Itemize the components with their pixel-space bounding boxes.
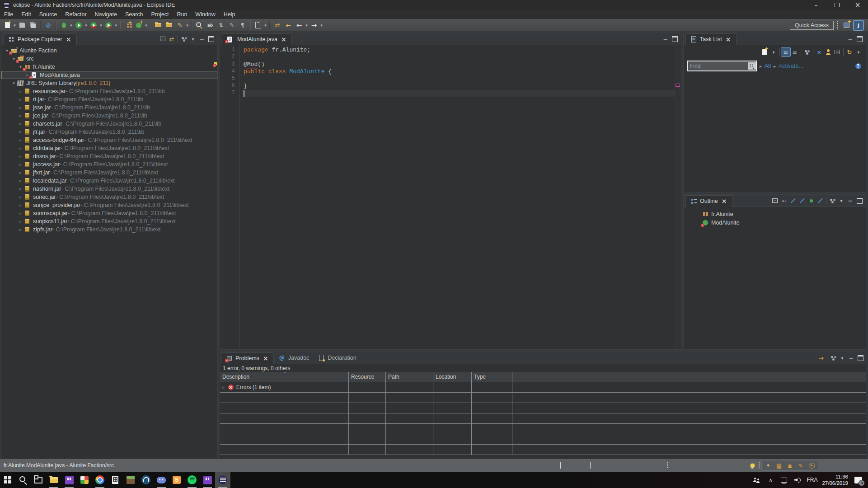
- expand-arrow-icon[interactable]: ▹: [18, 211, 23, 216]
- tree-item-nashorn-jar[interactable]: ▹nashorn.jar - C:\Program Files\Java\jre…: [1, 185, 217, 193]
- java-perspective-icon-button[interactable]: [854, 20, 863, 30]
- quick-access-box[interactable]: Quick Access: [790, 21, 834, 30]
- error-lightbulb-icon[interactable]: [213, 62, 218, 67]
- problems-row[interactable]: ▹ Errors (1 item): [220, 382, 866, 393]
- error-marker[interactable]: [676, 84, 680, 87]
- column-header-resource[interactable]: Resource: [349, 372, 386, 382]
- categorized-icon-button[interactable]: [781, 47, 790, 56]
- open-resource-icon[interactable]: [164, 20, 174, 31]
- scheduled-icon-button[interactable]: [790, 47, 799, 56]
- close-icon[interactable]: [720, 197, 728, 205]
- taskbar-task-view-button[interactable]: [31, 472, 46, 488]
- expand-arrow-icon[interactable]: ▹: [222, 385, 225, 389]
- save-all-icon[interactable]: [28, 20, 38, 31]
- expand-arrow-icon[interactable]: ▹: [18, 227, 23, 232]
- dropdown-icon-button[interactable]: [188, 34, 197, 43]
- expand-arrow-icon[interactable]: ▹: [18, 178, 23, 183]
- maximize-icon-button[interactable]: [855, 196, 864, 205]
- user-icon-button[interactable]: [807, 461, 816, 470]
- activate-link[interactable]: Activate...: [779, 63, 803, 69]
- column-header-type[interactable]: Type: [472, 372, 512, 382]
- open-type-hierarchy-icon[interactable]: [216, 20, 226, 31]
- dropdown-icon[interactable]: ▾: [99, 23, 103, 28]
- taskbar-search-button[interactable]: [15, 472, 31, 488]
- dropdown-icon[interactable]: ▾: [114, 23, 118, 28]
- restore-window-button[interactable]: [826, 0, 847, 10]
- maximize-icon-button[interactable]: [670, 34, 679, 43]
- menu-search[interactable]: Search: [121, 10, 147, 19]
- minimize-icon-button[interactable]: [846, 34, 855, 43]
- pencil-icon-button[interactable]: [796, 461, 805, 470]
- dropdown-icon[interactable]: ▾: [144, 23, 148, 28]
- view-menu-icon-button[interactable]: [829, 353, 838, 362]
- last-edit-location-icon[interactable]: [283, 20, 294, 31]
- menu-refactor[interactable]: Refactor: [61, 10, 90, 19]
- people-icon-button[interactable]: [752, 475, 761, 484]
- back-icon[interactable]: [294, 20, 305, 31]
- taskbar-eclipse-button[interactable]: [215, 472, 230, 488]
- taskbar-scratch-button[interactable]: [169, 472, 184, 488]
- menu-project[interactable]: Project: [147, 10, 173, 19]
- taskbar-voice-app-button[interactable]: [138, 472, 154, 488]
- problems-empty-row[interactable]: [220, 445, 866, 455]
- dropdown-icon[interactable]: ▾: [263, 23, 267, 28]
- tree-item-resources-jar[interactable]: ▹resources.jar - C:\Program Files\Java\j…: [1, 87, 217, 95]
- help-icon[interactable]: [854, 62, 862, 70]
- lightbulb-icon-button[interactable]: [748, 461, 757, 470]
- problems-empty-row[interactable]: [220, 434, 866, 445]
- network-icon-button[interactable]: [779, 475, 788, 484]
- editor-body[interactable]: 1234567 package fr.Alunite;@Mod()public …: [220, 45, 681, 349]
- hide-static-icon-button[interactable]: [798, 196, 807, 205]
- run-icon[interactable]: [73, 20, 84, 31]
- maximize-icon-button[interactable]: [856, 353, 865, 362]
- problems-empty-row[interactable]: [220, 424, 866, 434]
- problems-empty-row[interactable]: [220, 403, 866, 413]
- link-with-editor-icon[interactable]: [272, 20, 283, 31]
- volume-icon-button[interactable]: [793, 475, 802, 484]
- tree-item-jce-jar[interactable]: ▹jce.jar - C:\Program Files\Java\jre1.8.…: [1, 112, 217, 120]
- taskbar-discord-button[interactable]: [154, 472, 169, 488]
- notification-center-button[interactable]: 3: [853, 474, 863, 485]
- taskbar-chrome-button[interactable]: [92, 472, 108, 488]
- menu-help[interactable]: Help: [220, 10, 239, 19]
- close-window-button[interactable]: [847, 0, 868, 10]
- expand-arrow-icon[interactable]: ▹: [18, 122, 23, 126]
- hand-icon-button[interactable]: [764, 461, 773, 470]
- expand-arrow-icon[interactable]: ▹: [18, 146, 23, 150]
- dropdown-icon-button[interactable]: [837, 196, 846, 205]
- mark-occurrences-icon[interactable]: [226, 20, 237, 31]
- outline-item-fr.alunite[interactable]: fr.Alunite: [684, 210, 866, 218]
- show-whitespace-icon[interactable]: [237, 20, 248, 31]
- collapse-all-icon-button[interactable]: [833, 47, 842, 56]
- tree-item-fr-alunite[interactable]: ▾×fr.Alunite: [1, 63, 217, 71]
- dropdown-icon[interactable]: ▾: [305, 23, 309, 28]
- sort-icon-button[interactable]: [779, 196, 788, 205]
- tree-item-jfxrt-jar[interactable]: ▹jfxrt.jar - C:\Program Files\Java\jre1.…: [1, 169, 217, 177]
- skip-breakpoints-icon[interactable]: [43, 20, 54, 31]
- tree-item-dnsns-jar[interactable]: ▹dnsns.jar - C:\Program Files\Java\jre1.…: [1, 152, 217, 160]
- tree-item-sunmscapi-jar[interactable]: ▹sunmscapi.jar - C:\Program Files\Java\j…: [1, 209, 217, 217]
- tab-modalunite-java[interactable]: × ModAlunite.java: [222, 33, 292, 45]
- focus-icon-button[interactable]: [816, 353, 826, 362]
- dropdown-icon[interactable]: ▾: [69, 23, 73, 28]
- minimize-icon-button[interactable]: [847, 353, 856, 362]
- overview-ruler[interactable]: [675, 45, 681, 349]
- tree-item-localedata-jar[interactable]: ▹localedata.jar - C:\Program Files\Java\…: [1, 177, 217, 185]
- taskbar-cube-app-button[interactable]: [77, 472, 92, 488]
- tree-item-jre-system-library[interactable]: ▾JRE System Library [jre1.8.0_211]: [1, 79, 217, 87]
- maximize-icon-button[interactable]: [206, 34, 216, 43]
- expand-arrow-icon[interactable]: ▹: [18, 195, 23, 199]
- tree-item-charsets-jar[interactable]: ▹charsets.jar - C:\Program Files\Java\jr…: [1, 120, 217, 128]
- tree-item-cldrdata-jar[interactable]: ▹cldrdata.jar - C:\Program Files\Java\jr…: [1, 144, 217, 152]
- tree-item-sunpkcs11-jar[interactable]: ▹sunpkcs11.jar - C:\Program Files\Java\j…: [1, 217, 217, 225]
- filter-all-link[interactable]: All: [765, 63, 771, 69]
- graduation-cap-icon-button[interactable]: [785, 461, 794, 470]
- taskbar-file-explorer-button[interactable]: [46, 472, 61, 488]
- new-wizard-icon[interactable]: [2, 20, 13, 31]
- dropdown-icon[interactable]: ▾: [185, 23, 189, 28]
- tree-item-sunjce-provider-jar[interactable]: ▹sunjce_provider.jar - C:\Program Files\…: [1, 201, 217, 209]
- debug-icon[interactable]: [58, 20, 69, 31]
- column-header-location[interactable]: Location: [433, 372, 472, 382]
- menu-run[interactable]: Run: [173, 10, 191, 19]
- expand-arrow-icon[interactable]: ▹: [18, 154, 23, 159]
